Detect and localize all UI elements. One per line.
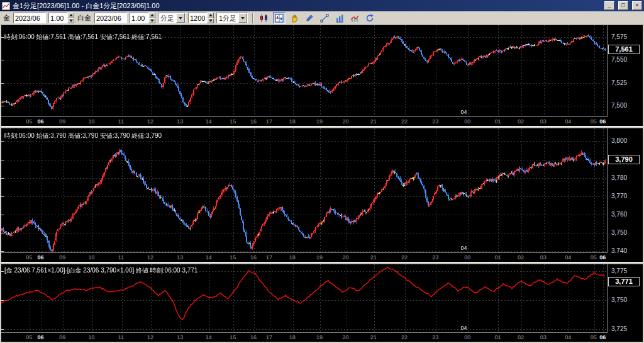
time-axis-label: 17 — [266, 334, 272, 340]
time-axis-label: 05 — [26, 254, 32, 261]
time-axis-label: 10 — [89, 334, 95, 340]
spin-up-icon[interactable] — [148, 13, 155, 18]
spread-current-price-box: 3,771 — [608, 277, 640, 286]
platinum-chart-canvas[interactable] — [1, 128, 608, 253]
period-type-combo[interactable]: 分足 — [158, 13, 186, 23]
time-axis-label: 14 — [206, 118, 212, 125]
chevron-down-icon[interactable] — [176, 13, 185, 23]
bar-chart-icon[interactable] — [333, 12, 346, 24]
app-window: 金1分足[2023/06]1.00 - 白金1分足[2023/06]1.00 _… — [0, 0, 644, 343]
time-axis-label: 05 — [591, 118, 597, 125]
time-axis-label: 06 — [599, 118, 606, 125]
time-axis-label: 17 — [266, 118, 272, 125]
time-axis-label: 05 — [26, 118, 32, 125]
spin-down-icon[interactable] — [148, 18, 155, 24]
time-axis-label: 06 — [599, 334, 606, 340]
time-axis-label: 23 — [432, 254, 438, 261]
time-axis-label: 21 — [370, 118, 377, 125]
spin-up-icon[interactable] — [67, 13, 74, 18]
time-axis-label: 04 — [565, 334, 571, 340]
time-axis-label: 14 — [206, 254, 212, 261]
trendline-tool-icon[interactable] — [318, 12, 331, 24]
gold-date-marker: 04 — [461, 109, 467, 115]
gold-info-line: 時刻:06:00 始値:7,561 高値:7,561 安値:7,561 終値:7… — [4, 33, 162, 42]
time-axis-label: 02 — [518, 254, 524, 261]
platinum-info-line: 時刻:06:00 始値:3,790 高値:3,790 安値:3,790 終値:3… — [4, 132, 162, 140]
y-axis-label: 7,500 — [611, 102, 627, 109]
time-axis-label: 19 — [316, 334, 323, 340]
platinum-time-axis: 0506091011121314151617181920212223000102… — [1, 253, 608, 262]
time-axis-label: 22 — [401, 118, 408, 125]
time-axis-label: 04 — [565, 118, 571, 125]
time-axis-label: 10 — [89, 254, 95, 261]
y-axis-label: 3,725 — [611, 325, 627, 332]
crosshair-tool-icon[interactable] — [273, 12, 286, 24]
y-axis-label: 3,800 — [611, 137, 627, 144]
timeframe-combo[interactable]: 1分足 — [216, 13, 248, 23]
gold-ratio-spinner — [48, 13, 74, 23]
time-axis-label: 17 — [266, 254, 272, 261]
time-axis-label: 06 — [599, 254, 606, 261]
y-axis-label: 3,750 — [611, 296, 627, 303]
gold-time-axis: 0506091011121314151617181920212223000102… — [1, 117, 608, 126]
gold-y-axis: 7,561 7,5757,5507,5257,500 — [608, 25, 643, 117]
y-axis-label: 7,525 — [611, 79, 627, 86]
y-axis-label: 3,760 — [611, 211, 627, 218]
gold-ratio-input[interactable] — [48, 13, 67, 23]
platinum-y-axis: 3,790 3,8003,7803,7703,7603,7503,740 — [608, 128, 643, 253]
platinum-date-marker: 04 — [461, 245, 467, 251]
y-axis-label: 3,750 — [611, 229, 627, 236]
time-axis-label: 05 — [26, 334, 32, 340]
time-axis-label: 12 — [147, 334, 153, 340]
maximize-button[interactable]: □ — [618, 1, 628, 10]
time-axis-label: 16 — [250, 118, 257, 125]
platinum-ratio-input[interactable] — [130, 13, 148, 23]
time-axis-label: 01 — [494, 254, 501, 261]
app-icon — [2, 2, 10, 10]
time-axis-label: 21 — [370, 254, 377, 261]
platinum-contract-input[interactable] — [94, 13, 127, 23]
time-axis-label: 20 — [343, 118, 349, 125]
chevron-down-icon[interactable] — [238, 13, 247, 23]
time-axis-label: 19 — [316, 118, 323, 125]
y-axis-label: 3,770 — [611, 193, 627, 200]
time-axis-label: 09 — [59, 254, 65, 261]
time-axis-label: 18 — [289, 254, 296, 261]
time-axis-label: 00 — [464, 254, 470, 261]
time-axis-label: 23 — [432, 334, 438, 340]
time-axis-label: 01 — [494, 334, 501, 340]
minimize-button[interactable]: _ — [604, 1, 614, 10]
spread-y-axis: 3,771 3,7753,7503,725 — [608, 264, 643, 333]
time-axis-label: 23 — [432, 118, 438, 125]
candlestick-chart-icon[interactable] — [258, 12, 270, 24]
time-axis-label: 22 — [401, 334, 408, 340]
bar-count-input[interactable] — [188, 13, 207, 23]
close-button[interactable]: × — [632, 1, 642, 10]
hand-tool-icon[interactable] — [288, 12, 301, 24]
time-axis-label: 13 — [177, 254, 183, 261]
time-axis-label: 05 — [591, 334, 597, 340]
refresh-icon[interactable] — [364, 12, 376, 24]
time-axis-label: 13 — [177, 334, 183, 340]
spin-down-icon[interactable] — [67, 18, 74, 24]
time-axis-label: 11 — [118, 254, 124, 261]
gold-current-price-box: 7,561 — [608, 45, 640, 54]
time-axis-label: 16 — [250, 254, 257, 261]
platinum-label: 白金 — [77, 13, 91, 23]
y-axis-label: 3,780 — [611, 174, 627, 181]
spread-date-marker: 04 — [461, 325, 467, 331]
indicator-chart-icon[interactable] — [348, 12, 361, 24]
gold-chart-panel: 時刻:06:00 始値:7,561 高値:7,561 安値:7,561 終値:7… — [1, 25, 643, 126]
gold-label: 金 — [3, 13, 10, 23]
time-axis-label: 04 — [565, 254, 571, 261]
time-axis-label: 18 — [289, 334, 296, 340]
spread-time-axis: 0506091011121314151617181920212223000102… — [1, 333, 608, 342]
timeframe-value: 1分足 — [217, 13, 238, 23]
time-axis-label: 10 — [89, 118, 95, 125]
pencil-tool-icon[interactable] — [303, 12, 316, 24]
time-axis-label: 14 — [206, 334, 212, 340]
spin-up-icon[interactable] — [207, 13, 214, 18]
y-axis-label: 3,740 — [611, 247, 627, 253]
spin-down-icon[interactable] — [207, 18, 214, 24]
gold-contract-input[interactable] — [13, 13, 46, 23]
